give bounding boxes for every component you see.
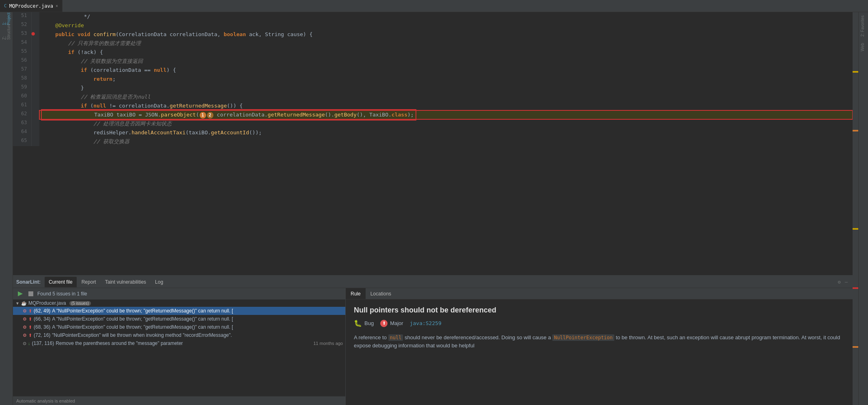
rule-tab-rule[interactable]: Rule	[346, 288, 366, 299]
line-number: 59	[13, 84, 31, 93]
issues-badge: (5 issues)	[69, 301, 91, 306]
bug-icon: ⚙	[23, 317, 27, 322]
main-layout: 1: Project Z: Structure 51 */52 @Overrid…	[0, 12, 868, 405]
code-line-59: 59 }	[13, 84, 853, 93]
major-icon: ⬆	[28, 317, 32, 322]
desc-null-code: null	[388, 334, 403, 341]
sonarlint-label: SonarLint:	[16, 279, 41, 285]
issues-panel: Found 5 issues in 1 file ▼ ☕ MQProducer.…	[13, 288, 346, 405]
sonarlint-header: SonarLint: Current file Report Taint vul…	[13, 276, 853, 288]
code-smell-icon: ⊙	[23, 341, 26, 346]
breakpoint-icon[interactable]: ●	[32, 30, 35, 37]
gutter	[31, 21, 39, 30]
gutter: ●	[31, 30, 39, 39]
gutter	[31, 137, 39, 146]
editor-container: 51 */52 @Override53● public void confirm…	[13, 12, 853, 405]
desc-text-2: should never be dereferenced/accessed. D…	[403, 334, 552, 340]
rule-meta: 🐛 Bug ⬆ Major java:S2259	[354, 319, 844, 327]
issue-row-2[interactable]: ⚙⬆ (66, 34) A "NullPointerException" cou…	[13, 315, 345, 323]
settings-icon[interactable]: ⚙	[836, 278, 842, 287]
issue-row-5[interactable]: ⊙↓ (137, 116) Remove the parentheses aro…	[13, 339, 345, 347]
rule-panel: Rule Locations Null pointers should not …	[346, 288, 853, 405]
desc-text-1: A reference to	[354, 334, 388, 340]
issues-count: Found 5 issues in 1 file	[37, 291, 87, 297]
scroll-mark-3	[853, 287, 858, 289]
stop-analysis-button[interactable]	[27, 290, 35, 298]
panel-tab-taint[interactable]: Taint vulnerabilities	[101, 277, 150, 287]
panel-tab-log[interactable]: Log	[151, 277, 167, 287]
java-file-icon: ☕	[21, 301, 27, 306]
panel-tab-report[interactable]: Report	[78, 277, 100, 287]
code-line-54: 54 // 只有异常的数据才需要处理	[13, 39, 853, 48]
left-side-panel: 1: Project Z: Structure	[0, 12, 13, 405]
issue-location: (72, 16)	[34, 332, 50, 338]
scroll-mark-2	[853, 228, 858, 230]
major-icon: ⬆	[28, 325, 32, 330]
issue-row-4[interactable]: ⚙⬆ (72, 16) "NullPointerException" will …	[13, 331, 345, 339]
code-content: // 只有异常的数据才需要处理	[39, 39, 853, 48]
severity-label: Major	[390, 320, 403, 326]
line-number: 55	[13, 48, 31, 57]
code-content: if (correlationData == null) {	[39, 66, 853, 75]
code-editor[interactable]: 51 */52 @Override53● public void confirm…	[13, 12, 853, 275]
sidebar-item-web[interactable]: Web	[859, 40, 868, 54]
line-number: 57	[13, 66, 31, 75]
code-content: // 获取交换器	[39, 137, 853, 146]
right-side-panel: 2: Favorites Web	[858, 12, 868, 405]
line-number: 61	[13, 101, 31, 110]
issue-time: 11 months ago	[313, 341, 343, 346]
gutter	[31, 39, 39, 48]
rule-description: A reference to null should never be dere…	[354, 334, 844, 349]
bottom-panel: SonarLint: Current file Report Taint vul…	[13, 275, 853, 405]
stop-icon	[28, 291, 33, 296]
line-number: 51	[13, 12, 31, 21]
code-content: @Override	[39, 21, 853, 30]
line-number: 54	[13, 39, 31, 48]
line-number: 56	[13, 57, 31, 66]
gutter	[31, 48, 39, 57]
rule-key: java:S2259	[410, 320, 442, 326]
issue-row-3[interactable]: ⚙⬆ (68, 36) A "NullPointerException" cou…	[13, 323, 345, 331]
code-line-63: 63 // 处理消息是否因网卡未知状态	[13, 119, 853, 128]
code-content: if (null != correlationData.getReturnedM…	[39, 101, 853, 110]
panel-tab-current-file[interactable]: Current file	[45, 277, 77, 287]
run-analysis-button[interactable]	[16, 290, 24, 298]
desc-exception-code: NullPointerException	[552, 334, 614, 341]
status-text: Automatic analysis is enabled	[16, 399, 75, 403]
major-icon: ⬆	[28, 308, 32, 314]
code-line-65: 65 // 获取交换器	[13, 137, 853, 146]
rule-tab-locations[interactable]: Locations	[366, 288, 396, 299]
issue-text: A "NullPointerException" could be thrown…	[52, 316, 341, 322]
bug-icon: ⚙	[23, 325, 27, 330]
gutter	[31, 101, 39, 110]
code-line-56: 56 // 关联数据为空直接返回	[13, 57, 853, 66]
code-content: redisHelper.handelAccountTaxi(taxiBO.get…	[39, 128, 853, 137]
issues-tree[interactable]: ▼ ☕ MQProducer.java (5 issues) ⚙⬆ (62, 4…	[13, 299, 345, 396]
code-content: // 处理消息是否因网卡未知状态	[39, 119, 853, 128]
issue-location: (68, 36)	[34, 324, 50, 330]
file-tree-node[interactable]: ▼ ☕ MQProducer.java (5 issues)	[13, 299, 345, 307]
file-node-label: MQProducer.java	[28, 300, 66, 306]
issue-location: (137, 116)	[32, 340, 54, 346]
code-line-61: 61 if (null != correlationData.getReturn…	[13, 101, 853, 110]
rule-bug-type: 🐛 Bug	[354, 319, 374, 327]
line-number: 60	[13, 93, 31, 101]
line-number: 62	[13, 110, 31, 119]
line-number: 65	[13, 137, 31, 146]
bug-icon: ⚙	[23, 333, 27, 338]
code-content: // 关联数据为空直接返回	[39, 57, 853, 66]
sidebar-item-favorites[interactable]: 2: Favorites	[859, 12, 868, 40]
line-number: 52	[13, 21, 31, 30]
line-number: 64	[13, 128, 31, 137]
rule-content: Null pointers should not be dereferenced…	[346, 299, 853, 405]
editor-tab-mqproducer[interactable]: C MQProducer.java ×	[0, 0, 62, 12]
tab-close-button[interactable]: ×	[56, 4, 58, 8]
minimize-icon[interactable]: —	[843, 278, 849, 287]
gutter	[31, 66, 39, 75]
play-icon	[18, 291, 23, 296]
line-number: 58	[13, 75, 31, 84]
sidebar-item-structure[interactable]: Z: Structure	[0, 25, 13, 38]
issue-row-1[interactable]: ⚙⬆ (62, 49) A "NullPointerException" cou…	[13, 307, 345, 315]
code-line-58: 58 return;	[13, 75, 853, 84]
code-line-60: 60 // 检查返回消息是否为null	[13, 93, 853, 101]
